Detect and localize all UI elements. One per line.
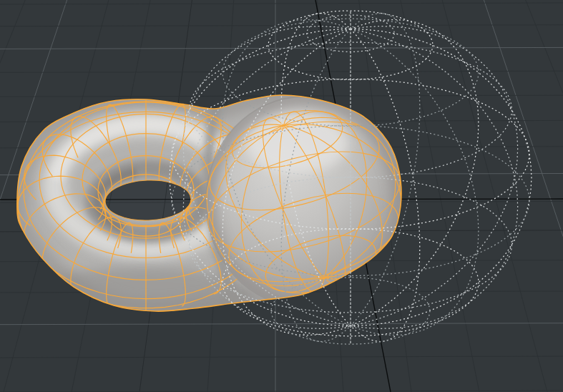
blend-mesh[interactable] (0, 0, 563, 392)
3d-viewport[interactable] (0, 0, 563, 392)
viewport-canvas[interactable] (0, 0, 563, 392)
